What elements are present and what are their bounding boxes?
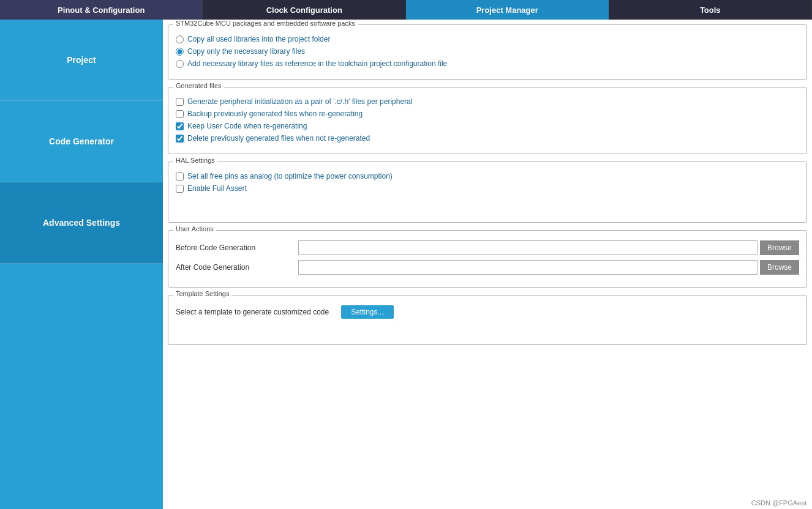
tab-pinout[interactable]: Pinout & Configuration: [0, 0, 203, 20]
sidebar-item-project[interactable]: Project: [0, 20, 163, 101]
radio-copy-all-label: Copy all used libraries into the project…: [187, 35, 330, 43]
template-settings-content: Select a template to generate customized…: [176, 305, 799, 319]
sidebar-item-code-generator-label: Code Generator: [49, 136, 114, 146]
radio-add-reference: Add necessary library files as reference…: [176, 59, 799, 68]
template-settings-title: Template Settings: [173, 290, 231, 297]
sidebar: Project Code Generator Advanced Settings: [0, 20, 163, 509]
check-keep-user-code-label: Keep User Code when re-generating: [187, 122, 307, 130]
stm32cube-options: Copy all used libraries into the project…: [176, 35, 799, 68]
check-generate-peripheral-label: Generate peripheral initialization as a …: [187, 97, 412, 106]
check-backup-generated-label: Backup previously generated files when r…: [187, 110, 363, 118]
content-area: STM32Cube MCU packages and embedded soft…: [163, 20, 812, 509]
after-code-gen-browse-button[interactable]: Browse: [760, 260, 799, 275]
radio-add-reference-label: Add necessary library files as reference…: [187, 59, 447, 68]
after-code-gen-label: After Code Generation: [176, 263, 298, 272]
hal-settings-title: HAL Settings: [173, 157, 217, 164]
stm32cube-title: STM32Cube MCU packages and embedded soft…: [173, 20, 358, 27]
after-code-gen-input[interactable]: [298, 260, 757, 275]
check-free-pins-analog-label: Set all free pins as analog (to optimize…: [187, 172, 393, 180]
check-generate-peripheral: Generate peripheral initialization as a …: [176, 97, 799, 106]
check-delete-generated: Delete previously generated files when n…: [176, 134, 799, 143]
radio-copy-all-input[interactable]: [176, 35, 184, 43]
tab-clock[interactable]: Clock Configuration: [203, 0, 407, 20]
generated-files-options: Generate peripheral initialization as a …: [176, 97, 799, 143]
sidebar-item-advanced-settings[interactable]: Advanced Settings: [0, 182, 163, 264]
check-enable-full-assert-input[interactable]: [176, 185, 184, 193]
template-settings-button[interactable]: Settings...: [341, 305, 393, 319]
before-code-gen-input[interactable]: [298, 240, 757, 255]
radio-add-reference-input[interactable]: [176, 60, 184, 68]
main-layout: Project Code Generator Advanced Settings…: [0, 20, 812, 509]
before-code-gen-label: Before Code Generation: [176, 243, 298, 252]
check-keep-user-code: Keep User Code when re-generating: [176, 122, 799, 130]
check-free-pins-analog: Set all free pins as analog (to optimize…: [176, 172, 799, 180]
template-settings-section: Template Settings Select a template to g…: [168, 295, 807, 345]
generated-files-title: Generated files: [173, 82, 224, 89]
check-backup-generated-input[interactable]: [176, 110, 184, 118]
check-delete-generated-input[interactable]: [176, 135, 184, 143]
check-generate-peripheral-input[interactable]: [176, 98, 184, 106]
radio-copy-necessary-input[interactable]: [176, 48, 184, 56]
tab-project-manager[interactable]: Project Manager: [406, 0, 609, 20]
radio-copy-all-libraries: Copy all used libraries into the project…: [176, 35, 799, 43]
tab-tools[interactable]: Tools: [609, 0, 813, 20]
after-code-gen-row: After Code Generation Browse: [176, 260, 799, 275]
user-actions-content: Before Code Generation Browse After Code…: [176, 240, 799, 275]
hal-settings-section: HAL Settings Set all free pins as analog…: [168, 162, 807, 223]
before-code-gen-browse-button[interactable]: Browse: [760, 240, 799, 255]
check-backup-generated: Backup previously generated files when r…: [176, 110, 799, 118]
check-free-pins-analog-input[interactable]: [176, 173, 184, 180]
check-enable-full-assert-label: Enable Full Assert: [187, 184, 247, 193]
before-code-gen-row: Before Code Generation Browse: [176, 240, 799, 255]
check-keep-user-code-input[interactable]: [176, 122, 184, 130]
radio-copy-necessary: Copy only the necessary library files: [176, 47, 799, 56]
template-settings-label: Select a template to generate customized…: [176, 308, 329, 316]
sidebar-item-project-label: Project: [67, 55, 96, 65]
user-actions-title: User Actions: [173, 225, 216, 232]
stm32cube-section: STM32Cube MCU packages and embedded soft…: [168, 24, 807, 80]
check-delete-generated-label: Delete previously generated files when n…: [187, 134, 370, 143]
footer-watermark: CSDN @FPGAeer: [751, 499, 807, 507]
footer-text: CSDN @FPGAeer: [751, 499, 807, 507]
generated-files-section: Generated files Generate peripheral init…: [168, 87, 807, 154]
sidebar-item-advanced-settings-label: Advanced Settings: [43, 218, 120, 228]
sidebar-item-code-generator[interactable]: Code Generator: [0, 101, 163, 182]
hal-settings-options: Set all free pins as analog (to optimize…: [176, 172, 799, 193]
check-enable-full-assert: Enable Full Assert: [176, 184, 799, 193]
user-actions-section: User Actions Before Code Generation Brow…: [168, 230, 807, 288]
top-nav: Pinout & Configuration Clock Configurati…: [0, 0, 812, 20]
radio-copy-necessary-label: Copy only the necessary library files: [187, 47, 305, 56]
